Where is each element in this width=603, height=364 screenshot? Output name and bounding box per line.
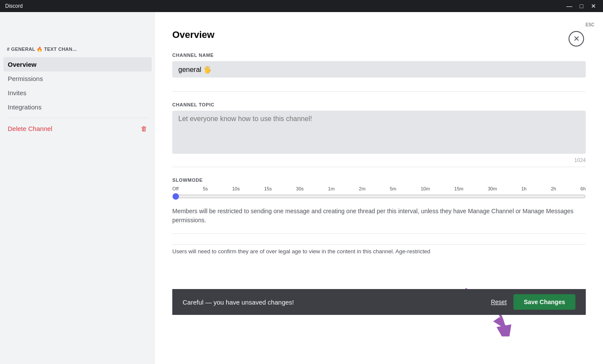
app-body: # GENERAL 🔥 TEXT CHAN... Overview Permis… bbox=[0, 12, 603, 364]
close-button-wrap[interactable]: ✕ ESC bbox=[585, 21, 594, 27]
sidebar-item-permissions-label: Permissions bbox=[8, 75, 43, 82]
reset-button[interactable]: Reset bbox=[491, 299, 507, 305]
sidebar-item-invites[interactable]: Invites bbox=[3, 86, 152, 100]
unsaved-changes-message: Careful — you have unsaved changes! bbox=[183, 299, 294, 306]
maximize-button[interactable]: □ bbox=[577, 3, 586, 9]
mark-10m: 10m bbox=[421, 186, 430, 191]
mark-2h: 2h bbox=[551, 186, 556, 191]
bottom-bar: Careful — you have unsaved changes! Rese… bbox=[172, 289, 586, 315]
delete-icon: 🗑 bbox=[141, 125, 147, 132]
sidebar-item-permissions[interactable]: Permissions bbox=[3, 72, 152, 86]
delete-channel-label: Delete Channel bbox=[8, 125, 52, 132]
sidebar-item-integrations[interactable]: Integrations bbox=[3, 100, 152, 114]
slowmode-divider bbox=[172, 233, 586, 234]
mark-1h: 1h bbox=[521, 186, 526, 191]
mark-30m: 30m bbox=[488, 186, 497, 191]
close-button[interactable]: ✕ bbox=[569, 31, 584, 47]
mark-2m: 2m bbox=[359, 186, 365, 191]
slowmode-marks: Off 5s 10s 15s 30s 1m 2m 5m 10m 15m 30m … bbox=[172, 186, 586, 191]
mark-30s: 30s bbox=[296, 186, 304, 191]
window-close-button[interactable]: ✕ bbox=[589, 3, 598, 9]
sidebar-divider bbox=[8, 118, 147, 118]
mark-off: Off bbox=[172, 186, 178, 191]
mark-1m: 1m bbox=[328, 186, 335, 191]
app-title: Discord bbox=[5, 3, 565, 9]
slowmode-section: SLOWMODE Off 5s 10s 15s 30s 1m 2m 5m 10m… bbox=[172, 177, 586, 225]
bottom-note: Users will need to confirm they are of o… bbox=[172, 244, 586, 255]
slowmode-slider[interactable] bbox=[172, 193, 586, 200]
channel-topic-textarea[interactable] bbox=[172, 111, 586, 154]
slowmode-label: SLOWMODE bbox=[172, 177, 586, 183]
mark-5m: 5m bbox=[390, 186, 396, 191]
channel-name-divider bbox=[172, 91, 586, 92]
bottom-bar-actions: Reset Save Changes bbox=[491, 294, 575, 310]
delete-channel-button[interactable]: Delete Channel 🗑 bbox=[3, 121, 152, 136]
channel-topic-divider bbox=[172, 167, 586, 167]
channel-topic-label: CHANNEL TOPIC bbox=[172, 102, 586, 107]
sidebar-item-overview[interactable]: Overview bbox=[3, 57, 152, 72]
channel-topic-wrap: 1024 bbox=[172, 111, 586, 163]
close-label: ESC bbox=[585, 22, 594, 27]
mark-15m: 15m bbox=[454, 186, 463, 191]
channel-name-label: CHANNEL NAME bbox=[172, 53, 586, 58]
char-count: 1024 bbox=[172, 157, 586, 163]
close-icon: ✕ bbox=[573, 35, 580, 43]
window-controls: — □ ✕ bbox=[565, 3, 598, 9]
slowmode-description: Members will be restricted to sending on… bbox=[172, 207, 586, 225]
svg-marker-1 bbox=[493, 317, 510, 332]
main-content: ✕ ESC Overview CHANNEL NAME CHANNEL TOPI… bbox=[155, 12, 603, 364]
save-changes-button[interactable]: Save Changes bbox=[513, 294, 575, 310]
minimize-button[interactable]: — bbox=[565, 3, 574, 9]
sidebar-item-overview-label: Overview bbox=[8, 61, 37, 68]
mark-10s: 10s bbox=[232, 186, 240, 191]
sidebar-breadcrumb: # GENERAL 🔥 TEXT CHAN... bbox=[3, 47, 152, 57]
spacer bbox=[172, 255, 586, 289]
page-title: Overview bbox=[172, 29, 586, 40]
slowmode-slider-container bbox=[172, 193, 586, 202]
sidebar-item-invites-label: Invites bbox=[8, 89, 26, 96]
mark-6h: 6h bbox=[581, 186, 586, 191]
channel-name-input[interactable] bbox=[172, 61, 586, 78]
mark-15s: 15s bbox=[264, 186, 272, 191]
sidebar-item-integrations-label: Integrations bbox=[8, 103, 41, 111]
title-bar: Discord — □ ✕ bbox=[0, 0, 603, 12]
mark-5s: 5s bbox=[203, 186, 208, 191]
sidebar: # GENERAL 🔥 TEXT CHAN... Overview Permis… bbox=[0, 12, 155, 364]
